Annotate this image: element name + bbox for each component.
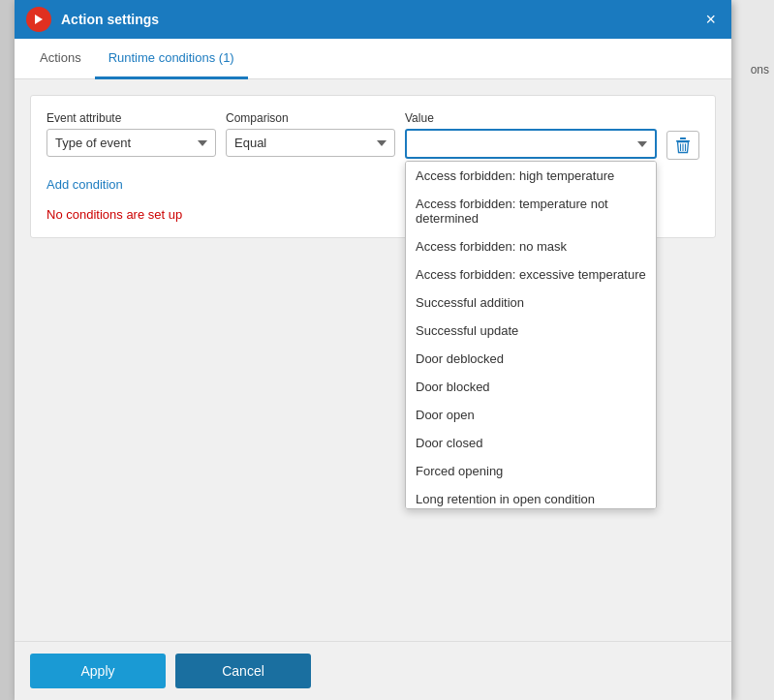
dropdown-item[interactable]: Successful addition bbox=[406, 289, 656, 317]
cancel-button[interactable]: Cancel bbox=[175, 654, 311, 688]
dropdown-item[interactable]: Long retention in open condition bbox=[406, 485, 656, 509]
backdrop-text: ons bbox=[751, 63, 769, 76]
value-input[interactable] bbox=[405, 129, 657, 159]
comparison-select[interactable]: Equal bbox=[226, 129, 395, 157]
modal-body: Event attribute Type of event Comparison… bbox=[15, 79, 731, 641]
modal-header: Action settings × bbox=[15, 0, 731, 39]
svg-rect-2 bbox=[680, 137, 686, 139]
logo-icon bbox=[32, 13, 46, 26]
value-dropdown[interactable]: Access forbidden: high temperatureAccess… bbox=[405, 161, 657, 509]
dropdown-item[interactable]: Door open bbox=[406, 401, 656, 429]
delete-condition-button[interactable] bbox=[666, 131, 699, 160]
app-logo bbox=[26, 7, 51, 32]
modal-footer: Apply Cancel bbox=[15, 641, 731, 700]
dropdown-item[interactable]: Access forbidden: no mask bbox=[406, 232, 656, 260]
trash-icon bbox=[675, 137, 691, 154]
dropdown-item[interactable]: Door blocked bbox=[406, 373, 656, 401]
value-container: Access forbidden: high temperatureAccess… bbox=[405, 129, 657, 159]
dropdown-item[interactable]: Access forbidden: temperature not determ… bbox=[406, 190, 656, 232]
comparison-group: Comparison Equal bbox=[226, 111, 395, 157]
tab-runtime-conditions[interactable]: Runtime conditions (1) bbox=[95, 39, 248, 79]
event-attribute-group: Event attribute Type of event bbox=[46, 111, 216, 157]
condition-row: Event attribute Type of event Comparison… bbox=[46, 111, 699, 160]
add-condition-link[interactable]: Add condition bbox=[46, 177, 123, 192]
tab-actions[interactable]: Actions bbox=[26, 39, 95, 79]
dropdown-item[interactable]: Forced opening bbox=[406, 457, 656, 485]
condition-card: Event attribute Type of event Comparison… bbox=[30, 95, 716, 238]
event-attribute-select[interactable]: Type of event bbox=[46, 129, 216, 157]
value-label: Value bbox=[405, 111, 657, 125]
comparison-label: Comparison bbox=[226, 111, 395, 125]
dropdown-item[interactable]: Access forbidden: excessive temperature bbox=[406, 260, 656, 289]
event-attribute-label: Event attribute bbox=[46, 111, 216, 125]
dropdown-item[interactable]: Access forbidden: high temperature bbox=[406, 162, 656, 190]
dropdown-item[interactable]: Successful update bbox=[406, 317, 656, 345]
value-group: Value Access forbidden: high temperature… bbox=[405, 111, 657, 159]
modal-title: Action settings bbox=[61, 12, 701, 27]
dropdown-item[interactable]: Door closed bbox=[406, 429, 656, 457]
tab-bar: Actions Runtime conditions (1) bbox=[15, 39, 731, 79]
action-settings-modal: Action settings × Actions Runtime condit… bbox=[15, 0, 731, 700]
dropdown-item[interactable]: Door deblocked bbox=[406, 345, 656, 373]
apply-button[interactable]: Apply bbox=[30, 654, 166, 688]
svg-marker-0 bbox=[35, 15, 43, 24]
close-button[interactable]: × bbox=[701, 7, 720, 32]
